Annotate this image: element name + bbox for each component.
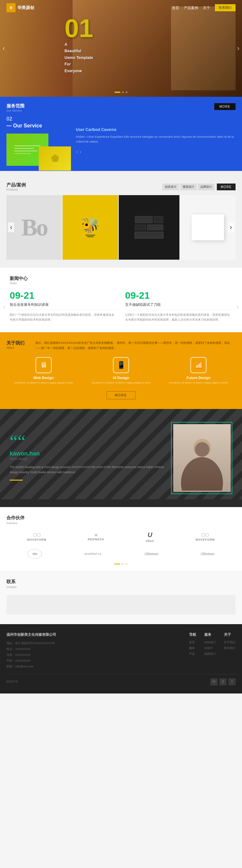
- footer-col-3-title: 关于: [224, 632, 236, 637]
- service-title-cn: 服务范围: [6, 103, 25, 109]
- contact-title-cn: 联系: [6, 579, 236, 585]
- products-prev-button[interactable]: ‹: [8, 223, 14, 232]
- products-title-cn: 产品/案例: [6, 182, 26, 188]
- footer-social-b[interactable]: B: [219, 678, 226, 685]
- service-image-block: 02 — Our Service: [6, 116, 71, 168]
- products-section: 产品/案例 Products 创意设计 视觉设计 品牌设计 MORE Bo 🐝: [0, 176, 242, 268]
- footer: 温州市创新美文化传媒有限公司 地址：浙江省温州市XXXXXXXXXX号 电话：X…: [0, 624, 242, 693]
- nav-link-products[interactable]: 产品案例: [184, 5, 198, 10]
- service-section: 服务范围 Our Service MORE 02 — Our Service: [0, 97, 242, 176]
- news-title-en: News: [10, 282, 232, 285]
- service-next-button[interactable]: ›: [80, 148, 81, 155]
- service-title-en: Our Service: [6, 109, 25, 112]
- products-more-button[interactable]: MORE: [217, 184, 236, 190]
- footer-col-1: 导航 首页 服务 产品: [189, 632, 196, 669]
- logo-text: 华美源创: [18, 5, 34, 11]
- testimonial-quote-icon: ““: [10, 435, 164, 448]
- footer-link-2-2[interactable]: 品牌设计: [204, 652, 216, 656]
- about-feature-web-text: excellence ut labore et dolore magna ali…: [6, 381, 81, 385]
- products-title-en: Products: [6, 188, 26, 191]
- product-item-white[interactable]: [180, 195, 236, 260]
- partners-row-1: ⬡⬡ WAVEFORM ◈ REDNECK U Ubeo ⬡⬡ WAVEFORM: [6, 531, 236, 542]
- news-subtitle-2: 互不做缺陷面试了刀组: [125, 302, 233, 307]
- about-more-button[interactable]: MORE: [107, 391, 135, 399]
- about-feature-ui: 📱 UI Design excellence ut labore et dolo…: [84, 357, 158, 385]
- footer-nav-cols: 导航 首页 服务 产品 服务 Web设计 UI设计 品牌设计: [189, 632, 236, 669]
- footer-company-name: 温州市创新美文化传媒有限公司: [6, 632, 183, 637]
- footer-company-info: 温州市创新美文化传媒有限公司 地址：浙江省温州市XXXXXXXXXX号 电话：X…: [6, 632, 183, 669]
- news-desc-1: 我们一个精彩的活动与大家分享专利知识和发展策略的系列讲座，讲座将邀请知名专家分享…: [10, 313, 117, 322]
- footer-link-1-1[interactable]: 服务: [189, 646, 196, 650]
- hero-number: 01: [64, 16, 93, 41]
- products-tab-2[interactable]: 视觉设计: [180, 184, 197, 190]
- about-feature-ui-text: excellence ut labore et dolore magna ali…: [84, 381, 158, 385]
- footer-link-2-0[interactable]: Web设计: [204, 640, 216, 645]
- about-section: 关于我们 About 我们，我们是拥有XXXXXXXXXX的专业广告公司的长期数…: [0, 332, 242, 409]
- product-bo-text: Bo: [21, 214, 47, 241]
- about-feature-future-text: excellence ut labore et dolore magna ali…: [161, 381, 236, 385]
- service-more-button[interactable]: MORE: [214, 103, 236, 110]
- partners-section: 合作伙伴 Partners ⬡⬡ WAVEFORM ◈ REDNECK U Ub…: [0, 507, 242, 571]
- footer-social: W B T: [210, 678, 236, 685]
- partner-waveform-2: ⬡⬡ WAVEFORM: [195, 532, 215, 541]
- footer-bottom: 版权所有 W B T: [6, 678, 236, 685]
- news-item-2: 09-21 互不做缺陷面试了刀组 让我们一个精彩的活动与大家分享专利知识和发展策…: [125, 290, 233, 322]
- footer-link-1-0[interactable]: 首页: [189, 640, 196, 645]
- footer-link-3-1[interactable]: 联系我们: [224, 646, 236, 650]
- news-section: 新闻中心 News ‹ 09-21 智企业发展专利知识讲座 我们一个精彩的活动与…: [0, 268, 242, 332]
- nav-link-home[interactable]: 首页: [172, 5, 179, 10]
- testimonial-content: ““ kawon.han Uneo design The world's lea…: [10, 435, 164, 481]
- footer-col-2: 服务 Web设计 UI设计 品牌设计: [204, 632, 216, 669]
- product-item-bo[interactable]: Bo: [6, 195, 62, 260]
- hero-prev-button[interactable]: ‹: [3, 44, 5, 53]
- service-prev-button[interactable]: ‹: [76, 148, 78, 155]
- about-feature-web: 🖥 Web Design excellence ut labore et dol…: [6, 357, 81, 385]
- news-prev-button[interactable]: ‹: [3, 303, 5, 310]
- footer-link-2-1[interactable]: UI设计: [204, 646, 216, 650]
- products-tab-1[interactable]: 创意设计: [162, 184, 179, 190]
- hero-section: 图 华美源创 首页 产品案例 关于 联系我们 01 A Beautiful Ue…: [0, 0, 242, 97]
- footer-social-t[interactable]: T: [229, 678, 236, 685]
- products-next-button[interactable]: ›: [228, 223, 234, 232]
- about-title-cn: 关于我们: [6, 340, 29, 346]
- partner-straitifed: straitifed co.: [84, 552, 102, 555]
- partner-ollistean-1: Ollistean: [145, 552, 158, 556]
- nav-contact-button[interactable]: 联系我们: [215, 4, 236, 11]
- products-grid: Bo 🐝: [6, 195, 236, 260]
- about-feature-web-title: Web Design: [6, 376, 81, 380]
- footer-social-w[interactable]: W: [210, 678, 217, 685]
- testimonial-section: ““ kawon.han Uneo design The world's lea…: [0, 409, 242, 507]
- news-title-cn: 新闻中心: [10, 276, 232, 282]
- partners-row-2: olw straitifed co. Ollistean Ollistean: [6, 549, 236, 559]
- news-next-button[interactable]: ›: [237, 303, 239, 310]
- testimonial-text: The world's leading web & Print design p…: [10, 464, 164, 475]
- partner-redneck: ◈ REDNECK: [88, 532, 104, 541]
- service-text-block: User Carlbod Caverns Nullam ! Ulcer Expe…: [76, 116, 236, 155]
- footer-link-1-2[interactable]: 产品: [189, 652, 196, 656]
- nav-link-about[interactable]: 关于: [203, 5, 210, 10]
- about-feature-future: 📶 Future Design excellence ut labore et …: [161, 357, 236, 385]
- products-tab-3[interactable]: 品牌设计: [198, 184, 215, 190]
- hero-content: 01 A Beautiful Uemo Template For Everyon…: [64, 16, 93, 74]
- products-grid-wrapper: Bo 🐝: [6, 195, 236, 260]
- news-subtitle-1: 智企业发展专利知识讲座: [10, 302, 117, 307]
- about-title-en: About: [6, 346, 29, 349]
- about-features: 🖥 Web Design excellence ut labore et dol…: [6, 357, 236, 385]
- contact-title-en: Contact: [6, 585, 236, 589]
- contact-section: 联系 Contact: [0, 571, 242, 624]
- product-item-dark[interactable]: [119, 195, 179, 260]
- footer-link-3-0[interactable]: 关于我们: [224, 640, 236, 645]
- partners-title-cn: 合作伙伴: [6, 515, 236, 521]
- hero-next-button[interactable]: ›: [237, 44, 239, 53]
- service-right-title: User Carlbod Caverns: [76, 127, 236, 132]
- news-grid: ‹ 09-21 智企业发展专利知识讲座 我们一个精彩的活动与大家分享专利知识和发…: [10, 290, 232, 322]
- partner-ubeo: U Ubeo: [146, 531, 154, 542]
- partners-pagination: [6, 563, 236, 564]
- hero-tagline: A Beautiful Uemo Template For Everyone: [64, 41, 93, 74]
- product-item-bee[interactable]: 🐝: [63, 195, 118, 260]
- testimonial-name: kawon.han: [10, 450, 164, 457]
- about-feature-future-title: Future Design: [161, 376, 236, 380]
- navbar: 图 华美源创 首页 产品案例 关于 联系我们: [0, 0, 242, 16]
- news-date-1: 09-21: [10, 290, 117, 300]
- news-date-2: 09-21: [125, 290, 233, 300]
